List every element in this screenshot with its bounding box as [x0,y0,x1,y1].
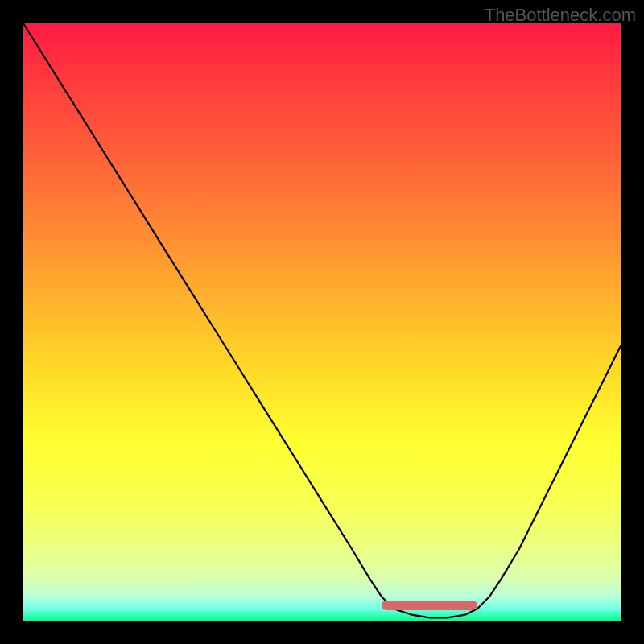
chart-plot-area [23,23,621,621]
watermark-text: TheBottleneck.com [485,5,636,26]
optimal-region-highlight [382,601,477,610]
bottleneck-curve [23,23,621,621]
